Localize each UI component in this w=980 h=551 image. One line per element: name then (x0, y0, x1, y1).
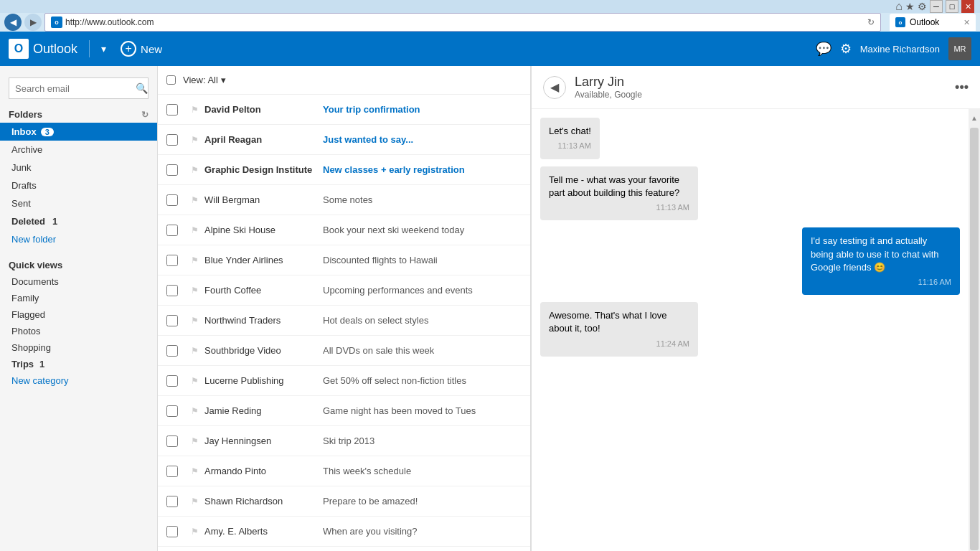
flag-icon[interactable]: ⚑ (191, 195, 199, 205)
folders-header: Folders ↻ (0, 105, 157, 123)
email-checkbox[interactable] (166, 496, 178, 507)
chat-more-button[interactable]: ••• (955, 80, 969, 95)
flag-icon[interactable]: ⚑ (191, 286, 199, 296)
quick-view-family[interactable]: Family (0, 290, 157, 306)
email-row[interactable]: ⚑ Jay Henningsen Ski trip 2013 (158, 426, 530, 456)
chat-scrollbar[interactable]: ▲ ▼ (969, 109, 980, 551)
folder-sent[interactable]: Sent (0, 194, 157, 212)
chat-back-button[interactable]: ◀ (543, 76, 566, 99)
flag-icon[interactable]: ⚑ (191, 255, 199, 265)
new-email-button[interactable]: + New (121, 41, 162, 57)
email-row[interactable]: ⚑ Fourth Coffee Upcoming performances an… (158, 276, 530, 306)
email-subject: Discounted flights to Hawaii (323, 255, 522, 265)
chat-message-bubble: Let's chat! 11:13 AM (540, 118, 600, 159)
tab-favicon: o (895, 17, 905, 27)
flag-icon[interactable]: ⚑ (191, 135, 199, 145)
address-bar[interactable]: o http://www.outlook.com ↻ (44, 13, 881, 32)
quick-view-trips[interactable]: Trips 1 (0, 356, 157, 372)
folder-junk-label: Junk (11, 162, 31, 173)
search-input[interactable] (15, 83, 136, 94)
forward-button[interactable]: ▶ (24, 14, 42, 31)
email-checkbox[interactable] (166, 435, 178, 447)
email-subject: New classes + early registration (323, 164, 522, 175)
outlook-tab[interactable]: o Outlook ✕ (890, 14, 976, 31)
quick-view-flagged[interactable]: Flagged (0, 306, 157, 323)
email-row[interactable]: ⚑ David Pelton Your trip confirmation (158, 95, 530, 125)
url-text: http://www.outlook.com (65, 17, 864, 27)
refresh-button[interactable]: ↻ (867, 17, 875, 27)
email-checkbox[interactable] (166, 466, 178, 477)
email-checkbox[interactable] (166, 194, 178, 206)
refresh-icon[interactable]: ↻ (141, 110, 149, 120)
header-dropdown-button[interactable]: ▾ (101, 43, 106, 55)
email-checkbox[interactable] (166, 134, 178, 146)
new-folder-link[interactable]: New folder (0, 230, 157, 248)
folder-inbox-label: Inbox (11, 126, 37, 137)
flag-icon[interactable]: ⚑ (191, 165, 199, 175)
email-row[interactable]: ⚑ Amy. E. Alberts When are you visiting? (158, 517, 530, 547)
email-checkbox[interactable] (166, 526, 178, 537)
flag-icon[interactable]: ⚑ (191, 496, 199, 507)
flag-icon[interactable]: ⚑ (191, 105, 199, 115)
chat-header: ◀ Larry Jin Available, Google ••• (532, 66, 980, 109)
flag-icon[interactable]: ⚑ (191, 527, 199, 537)
email-row[interactable]: ⚑ April Reagan Just wanted to say... (158, 125, 530, 155)
email-row[interactable]: ⚑ Jamie Reding Game night has been moved… (158, 396, 530, 426)
quick-view-documents[interactable]: Documents (0, 273, 157, 290)
tab-close-button[interactable]: ✕ (963, 18, 970, 27)
folder-inbox[interactable]: Inbox 3 (0, 123, 157, 141)
email-row[interactable]: ⚑ Shawn Richardson Prepare to be amazed! (158, 486, 530, 517)
email-checkbox[interactable] (166, 345, 178, 357)
flag-icon[interactable]: ⚑ (191, 406, 199, 416)
settings-icon[interactable]: ⚙ (840, 41, 852, 57)
min-button[interactable]: ─ (930, 0, 943, 13)
folder-archive[interactable]: Archive (0, 141, 157, 159)
chat-messages: Let's chat! 11:13 AM Tell me - what was … (532, 109, 969, 551)
scroll-thumb (970, 128, 979, 550)
quick-view-photos[interactable]: Photos (0, 323, 157, 339)
flag-icon[interactable]: ⚑ (191, 316, 199, 326)
back-button[interactable]: ◀ (4, 14, 22, 31)
email-checkbox[interactable] (166, 405, 178, 417)
bookmark-icon[interactable]: ★ (905, 1, 915, 12)
email-checkbox[interactable] (166, 315, 178, 326)
email-row[interactable]: ⚑ Lucerne Publishing Get 50% off select … (158, 366, 530, 396)
folder-drafts[interactable]: Drafts (0, 176, 157, 194)
select-all-checkbox[interactable] (166, 75, 176, 85)
view-dropdown-icon: ▾ (221, 75, 226, 85)
flag-icon[interactable]: ⚑ (191, 376, 199, 386)
max-button[interactable]: □ (946, 0, 958, 13)
email-row[interactable]: ⚑ Northwind Traders Hot deals on select … (158, 306, 530, 336)
email-row[interactable]: ⚑ Will Bergman Some notes (158, 185, 530, 215)
email-row[interactable]: ⚑ Alpine Ski House Book your next ski we… (158, 215, 530, 245)
view-all-button[interactable]: View: All ▾ (183, 75, 226, 85)
home-icon[interactable]: ⌂ (895, 0, 903, 13)
flag-icon[interactable]: ⚑ (191, 225, 199, 235)
chat-icon[interactable]: 💬 (816, 41, 831, 57)
email-checkbox[interactable] (166, 255, 178, 266)
email-row[interactable]: ⚑ Southbridge Video All DVDs on sale thi… (158, 336, 530, 366)
close-button[interactable]: ✕ (961, 0, 974, 13)
email-checkbox[interactable] (166, 164, 178, 176)
trips-count: 1 (39, 359, 44, 369)
flag-icon[interactable]: ⚑ (191, 436, 199, 446)
folder-deleted[interactable]: Deleted 1 (0, 212, 157, 230)
search-box[interactable]: 🔍 (9, 77, 149, 99)
email-checkbox[interactable] (166, 375, 178, 387)
folder-junk[interactable]: Junk (0, 159, 157, 176)
new-category-link[interactable]: New category (0, 372, 157, 389)
scroll-up-button[interactable]: ▲ (971, 109, 978, 126)
email-checkbox[interactable] (166, 225, 178, 236)
email-checkbox[interactable] (166, 285, 178, 296)
flag-icon[interactable]: ⚑ (191, 466, 199, 476)
settings-icon[interactable]: ⚙ (918, 1, 927, 12)
address-favicon: o (51, 17, 62, 28)
flag-icon[interactable]: ⚑ (191, 346, 199, 356)
email-row[interactable]: ⚑ Armando Pinto This week's schedule (158, 456, 530, 486)
email-checkbox[interactable] (166, 104, 178, 116)
quick-view-shopping[interactable]: Shopping (0, 339, 157, 356)
email-row[interactable]: ⚑ Graphic Design Institute New classes +… (158, 155, 530, 185)
search-icon[interactable]: 🔍 (136, 83, 148, 94)
email-row[interactable]: ⚑ Blue Ynder Airlines Discounted flights… (158, 245, 530, 276)
email-row[interactable]: ⚑ April Reagan Lunch this weeks? (158, 547, 530, 551)
